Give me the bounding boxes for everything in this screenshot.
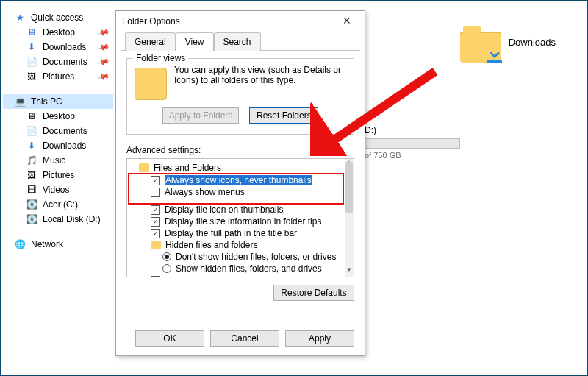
- sidebar-qa-documents[interactable]: 📄 Documents 📌: [3, 54, 113, 69]
- checkbox-off-icon[interactable]: [151, 188, 160, 197]
- opt-dont-show-hidden[interactable]: Don't show hidden files, folders, or dri…: [129, 251, 343, 263]
- advanced-settings-tree[interactable]: Files and Folders Always show icons, nev…: [126, 158, 354, 277]
- restore-defaults-button[interactable]: Restore Defaults: [273, 285, 354, 301]
- dialog-title: Folder Options: [122, 16, 180, 26]
- picture-icon: 🖼: [25, 71, 38, 82]
- sidebar-qa-pictures[interactable]: 🖼 Pictures 📌: [3, 69, 113, 84]
- pc-pictures-label: Pictures: [43, 170, 74, 180]
- close-button[interactable]: ✕: [335, 14, 359, 29]
- opt-show-hidden[interactable]: Show hidden files, folders, and drives: [129, 263, 343, 274]
- sidebar-pc-local-d[interactable]: 💽Local Disk (D:): [3, 212, 113, 227]
- opt-always-icons-label: Always show icons, never thumbnails: [165, 175, 312, 185]
- picture-icon: 🖼: [25, 170, 38, 180]
- pc-videos-label: Videos: [43, 185, 69, 195]
- opt-always-show-icons[interactable]: Always show icons, never thumbnails: [129, 174, 343, 186]
- opt-show-hidden-label: Show hidden files, folders, and drives: [176, 263, 322, 274]
- pc-desktop-label: Desktop: [43, 111, 75, 121]
- tab-view[interactable]: View: [176, 32, 214, 51]
- music-icon: 🎵: [25, 155, 38, 166]
- pc-music-label: Music: [43, 155, 65, 166]
- disk-icon: 💽: [25, 199, 38, 210]
- opt-hide-empty-drives[interactable]: Hide empty drives: [129, 274, 343, 277]
- downloads-folder-label: Downloads: [509, 37, 556, 48]
- ok-button[interactable]: OK: [135, 330, 204, 347]
- tab-general[interactable]: General: [125, 32, 176, 51]
- pc-acer-label: Acer (C:): [43, 199, 78, 210]
- highlighted-setting-box: Always show icons, never thumbnails Alwa…: [129, 174, 343, 204]
- reset-folders-button[interactable]: Reset Folders: [249, 107, 318, 124]
- tree-root-files-folders[interactable]: Files and Folders: [129, 162, 343, 174]
- pc-icon: 💻: [13, 96, 26, 107]
- tree-hidden-files-group[interactable]: Hidden files and folders: [129, 239, 343, 251]
- monitor-icon: 🖥: [25, 27, 38, 38]
- opt-hide-empty-label: Hide empty drives: [165, 275, 235, 277]
- quick-access-label: Quick access: [31, 13, 83, 23]
- dialog-body: Folder views You can apply this view (su…: [116, 51, 365, 323]
- opt-always-show-menus[interactable]: Always show menus: [129, 186, 343, 198]
- radio-on-icon[interactable]: [162, 252, 171, 261]
- folder-icon: [139, 163, 149, 172]
- apply-to-folders-button[interactable]: Apply to Folders: [162, 107, 240, 124]
- sidebar-qa-desktop[interactable]: 🖥 Desktop 📌: [3, 25, 113, 40]
- sidebar-pc-acer-c[interactable]: 💽Acer (C:): [3, 197, 113, 212]
- document-icon: 📄: [25, 57, 38, 67]
- sidebar-pc-music[interactable]: 🎵Music: [3, 153, 113, 168]
- sidebar-pc-documents[interactable]: 📄Documents: [3, 124, 113, 138]
- opt-file-size-tips[interactable]: Display file size information in folder …: [129, 216, 343, 227]
- sidebar-this-pc[interactable]: 💻 This PC: [3, 94, 113, 109]
- sidebar-quick-access[interactable]: ★ Quick access: [3, 10, 113, 25]
- opt-full-path-label: Display the full path in the title bar: [165, 228, 297, 238]
- sidebar-pc-videos[interactable]: 🎞Videos: [3, 182, 113, 197]
- folder-views-legend: Folder views: [133, 53, 188, 63]
- scroll-down-icon[interactable]: ▼: [345, 266, 354, 277]
- opt-file-icon-thumb[interactable]: Display file icon on thumbnails: [129, 204, 343, 216]
- radio-off-icon[interactable]: [162, 264, 171, 273]
- sidebar-network[interactable]: 🌐 Network: [3, 237, 113, 252]
- checkbox-on-icon[interactable]: [151, 276, 160, 278]
- disk-free-text: of 750 GB: [365, 151, 475, 160]
- sidebar-pc-pictures[interactable]: 🖼Pictures: [3, 168, 113, 182]
- checkbox-on-icon[interactable]: [151, 229, 160, 238]
- dialog-tabs: General View Search: [121, 32, 360, 51]
- pc-locald-label: Local Disk (D:): [43, 214, 101, 224]
- checkbox-on-icon[interactable]: [151, 217, 160, 227]
- dialog-titlebar[interactable]: Folder Options ✕: [116, 11, 365, 32]
- disk-d-label: D:): [365, 125, 475, 135]
- star-icon: ★: [13, 13, 26, 23]
- tree-scrollbar[interactable]: ▲ ▼: [345, 159, 354, 277]
- folder-download-icon: [460, 21, 501, 63]
- disk-d-entry[interactable]: D:) of 750 GB: [365, 125, 475, 160]
- checkbox-on-icon[interactable]: [151, 205, 160, 215]
- qa-pictures-label: Pictures: [43, 71, 74, 82]
- pin-icon: 📌: [97, 26, 111, 39]
- pin-icon: 📌: [97, 70, 111, 83]
- apply-button[interactable]: Apply: [285, 330, 354, 347]
- opt-always-menus-label: Always show menus: [165, 187, 245, 197]
- sidebar-pc-desktop[interactable]: 🖥Desktop: [3, 109, 113, 124]
- document-icon: 📄: [25, 126, 38, 136]
- folder-views-description: You can apply this view (such as Details…: [174, 65, 346, 85]
- download-icon: ⬇: [25, 42, 38, 52]
- opt-dont-show-label: Don't show hidden files, folders, or dri…: [176, 252, 336, 262]
- pc-documents-label: Documents: [43, 126, 87, 136]
- navigation-pane: ★ Quick access 🖥 Desktop 📌 ⬇ Downloads 📌…: [3, 3, 113, 373]
- sidebar-pc-downloads[interactable]: ⬇Downloads: [3, 138, 113, 153]
- scroll-thumb[interactable]: [345, 162, 353, 213]
- dialog-footer: OK Cancel Apply: [116, 323, 365, 355]
- disk-usage-bar: [365, 138, 460, 149]
- cancel-button[interactable]: Cancel: [210, 330, 279, 347]
- pin-icon: 📌: [97, 40, 111, 54]
- monitor-icon: 🖥: [25, 111, 38, 121]
- folder-icon: [151, 241, 161, 249]
- advanced-settings-label: Advanced settings:: [126, 145, 354, 155]
- tab-search[interactable]: Search: [214, 32, 261, 51]
- qa-documents-label: Documents: [43, 57, 87, 67]
- downloads-folder-item[interactable]: Downloads: [460, 21, 556, 63]
- download-icon: ⬇: [25, 141, 38, 151]
- checkbox-on-icon[interactable]: [151, 176, 160, 185]
- sidebar-qa-downloads[interactable]: ⬇ Downloads 📌: [3, 40, 113, 54]
- opt-full-path-title[interactable]: Display the full path in the title bar: [129, 227, 343, 239]
- folder-views-icon: [135, 68, 167, 100]
- pc-downloads-label: Downloads: [43, 141, 86, 151]
- folder-views-group: Folder views You can apply this view (su…: [126, 58, 354, 135]
